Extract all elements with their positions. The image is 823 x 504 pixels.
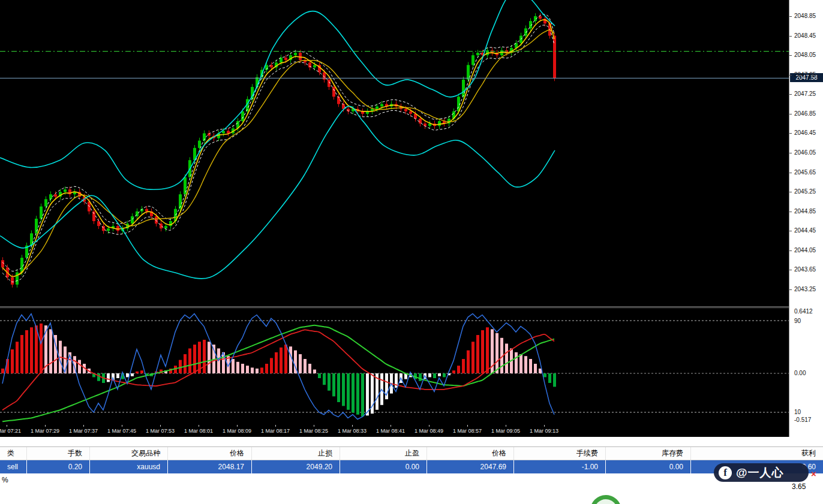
time-tick-mark [199, 425, 199, 427]
trade-row-selected[interactable]: sell 0.20 xauusd 2048.17 2049.20 0.00 20… [0, 460, 823, 473]
time-tick-mark [429, 425, 429, 427]
axis-tick-mark [789, 55, 792, 56]
price-axis-label: 2043.65 [794, 266, 816, 273]
time-tick-mark [160, 425, 161, 427]
oscillator-chart[interactable] [0, 308, 789, 425]
time-label: 1 Mar 07:29 [31, 428, 59, 434]
column-header-type[interactable]: 类型 [0, 447, 27, 460]
cell-symbol: xauusd [90, 460, 168, 473]
price-axis[interactable]: 2047.58 2048.852048.452048.052047.652047… [789, 0, 823, 437]
time-label: 1 Mar 08:33 [338, 428, 367, 434]
column-header-profit[interactable]: 获利 [691, 447, 823, 460]
oscillator-axis-label: 0.6412 [794, 308, 813, 315]
facebook-icon: f [719, 466, 732, 479]
oscillator-axis-label: -0.517 [794, 417, 811, 423]
column-header-swap[interactable]: 库存费 [606, 447, 691, 460]
trade-table-header: 类型 手数 交易品种 价格 止损 止盈 价格 手续费 库存费 获利 [0, 446, 823, 460]
time-tick-mark [314, 425, 314, 427]
time-label: 1 Mar 08:25 [299, 428, 328, 434]
time-tick-mark [467, 425, 468, 427]
time-tick-mark [237, 425, 238, 427]
price-axis-label: 2047.25 [794, 90, 816, 97]
column-header-open-price[interactable]: 价格 [168, 447, 252, 460]
time-label: 1 Mar 07:45 [107, 428, 136, 434]
watermark-handle: @一人心 [736, 465, 784, 481]
cell-current-price: 2047.69 [427, 460, 514, 473]
cell-stop-loss: 2049.20 [252, 460, 340, 473]
oscillator-axis-label: 90 [794, 318, 801, 324]
price-axis-label: 2043.25 [794, 286, 816, 292]
time-label: 1 Mar 07:37 [69, 428, 98, 434]
time-tick-mark [391, 425, 391, 427]
price-axis-label: 2048.05 [794, 52, 816, 58]
column-header-price[interactable]: 价格 [427, 447, 514, 460]
time-label: 1 Mar 07:53 [146, 428, 175, 434]
partial-text-left: % [2, 476, 8, 484]
oscillator-panel[interactable] [0, 308, 789, 425]
time-tick-mark [122, 425, 122, 427]
time-tick-mark [352, 425, 353, 427]
price-axis-label: 2045.65 [794, 169, 816, 176]
axis-tick-mark [789, 251, 792, 251]
terminal-window: 1 Mar 07:211 Mar 07:291 Mar 07:371 Mar 0… [0, 0, 823, 504]
price-axis-label: 2048.85 [794, 13, 816, 19]
time-tick-mark [275, 425, 276, 427]
price-axis-label: 2047.65 [794, 71, 816, 78]
time-label: 1 Mar 09:05 [491, 428, 520, 434]
axis-tick-mark [789, 192, 792, 192]
column-header-lots[interactable]: 手数 [27, 447, 90, 460]
price-axis-label: 2044.85 [794, 208, 816, 215]
time-label: 1 Mar 07:21 [0, 428, 21, 434]
close-icon[interactable]: × [811, 469, 816, 479]
price-axis-label: 2045.25 [794, 188, 816, 195]
axis-tick-mark [789, 75, 792, 76]
cell-open-price: 2048.17 [168, 460, 252, 473]
price-axis-label: 2046.85 [794, 110, 816, 117]
oscillator-axis-label: 0.00 [794, 370, 806, 376]
axis-tick-mark [789, 114, 792, 114]
price-axis-label: 2044.45 [794, 227, 816, 234]
oscillator-axis-label: 10 [794, 409, 801, 415]
time-tick-mark [45, 425, 46, 427]
time-label: 1 Mar 08:57 [453, 428, 482, 434]
partial-profit-value: 3.65 [792, 482, 806, 491]
trade-table: 类型 手数 交易品种 价格 止损 止盈 价格 手续费 库存费 获利 sell 0… [0, 437, 823, 504]
cell-commission: -1.00 [514, 460, 606, 473]
time-axis[interactable]: 1 Mar 07:211 Mar 07:291 Mar 07:371 Mar 0… [0, 425, 789, 437]
axis-tick-mark [789, 212, 792, 212]
time-tick-mark [7, 425, 7, 427]
price-axis-label: 2046.05 [794, 149, 816, 156]
price-axis-label: 2048.45 [794, 32, 816, 39]
axis-tick-mark [789, 16, 792, 17]
time-tick-mark [83, 425, 84, 427]
axis-tick-mark [789, 289, 792, 290]
price-axis-label: 2046.45 [794, 129, 816, 136]
cell-lots: 0.20 [27, 460, 90, 473]
axis-tick-mark [789, 133, 792, 134]
candlestick-chart-panel[interactable] [0, 0, 789, 306]
time-tick-mark [506, 425, 506, 427]
time-label: 1 Mar 08:41 [376, 428, 405, 434]
time-label: 1 Mar 08:49 [414, 428, 443, 434]
cell-type: sell [0, 460, 27, 473]
time-label: 1 Mar 08:01 [184, 428, 213, 434]
watermark-banner: f @一人心 [714, 463, 809, 482]
axis-tick-mark [789, 153, 792, 153]
column-header-symbol[interactable]: 交易品种 [90, 447, 168, 460]
axis-tick-mark [789, 231, 792, 231]
axis-tick-mark [789, 94, 792, 95]
price-axis-label: 2044.05 [794, 247, 816, 253]
column-header-commission[interactable]: 手续费 [514, 447, 606, 460]
axis-tick-mark [789, 173, 792, 173]
axis-tick-mark [789, 36, 792, 37]
column-header-stop-loss[interactable]: 止损 [252, 447, 340, 460]
time-label: 1 Mar 08:17 [261, 428, 290, 434]
candlestick-chart[interactable] [0, 0, 789, 306]
time-tick-mark [544, 425, 545, 427]
time-label: 1 Mar 09:13 [530, 428, 558, 434]
cell-swap: 0.00 [606, 460, 691, 473]
column-header-take-profit[interactable]: 止盈 [340, 447, 427, 460]
cell-take-profit: 0.00 [340, 460, 427, 473]
axis-tick-mark [789, 270, 792, 270]
time-label: 1 Mar 08:09 [223, 428, 251, 434]
